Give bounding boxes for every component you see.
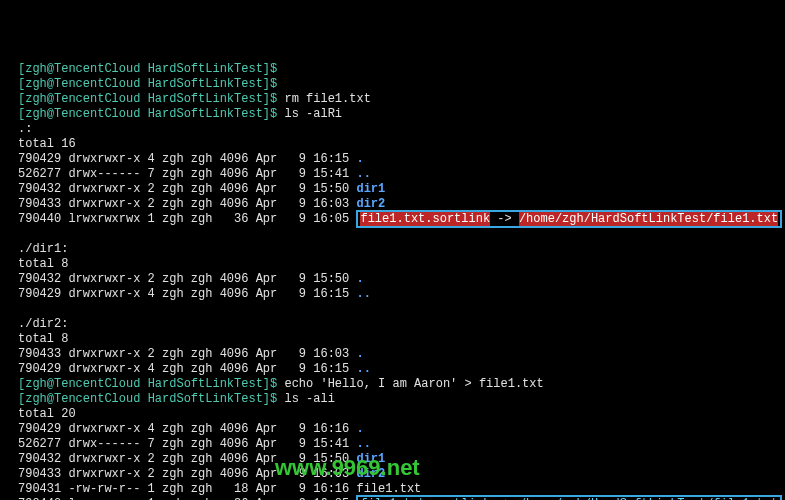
parent-dir: .. [356,437,370,451]
ls-row: 790432 drwxrwxr-x 2 zgh zgh 4096 Apr 9 1… [18,452,785,467]
prompt-line[interactable]: [zgh@TencentCloud HardSoftLinkTest]$ [18,62,785,77]
ls-total: total 20 [18,407,785,422]
blank-line [18,227,785,242]
prompt-line[interactable]: [zgh@TencentCloud HardSoftLinkTest]$ rm … [18,92,785,107]
ls-row: 790433 drwxrwxr-x 2 zgh zgh 4096 Apr 9 1… [18,467,785,482]
ls-row: 790429 drwxrwxr-x 4 zgh zgh 4096 Apr 9 1… [18,287,785,302]
current-dir: . [356,272,363,286]
prompt-line[interactable]: [zgh@TencentCloud HardSoftLinkTest]$ ls … [18,107,785,122]
current-dir: . [356,347,363,361]
prompt-line[interactable]: [zgh@TencentCloud HardSoftLinkTest]$ [18,77,785,92]
ls-total: total 8 [18,257,785,272]
parent-dir: .. [356,287,370,301]
ls-total: total 16 [18,137,785,152]
file-name: file1.txt [356,482,421,496]
parent-dir: .. [356,167,370,181]
ls-section-header: ./dir2: [18,317,785,332]
symlink-name: file1.txt.sortlink [360,212,490,226]
current-dir: . [356,422,363,436]
current-dir: . [356,152,363,166]
symlink-target: /home/zgh/HardSoftLinkTest/file1.txt [519,212,778,226]
dir-name: dir1 [356,452,385,466]
ls-row-symlink-broken: 790440 lrwxrwxrwx 1 zgh zgh 36 Apr 9 16:… [18,212,785,227]
ls-section-header: ./dir1: [18,242,785,257]
ls-row: 790429 drwxrwxr-x 4 zgh zgh 4096 Apr 9 1… [18,422,785,437]
ls-row: 526277 drwx------ 7 zgh zgh 4096 Apr 9 1… [18,167,785,182]
blank-line [18,302,785,317]
prompt-line[interactable]: [zgh@TencentCloud HardSoftLinkTest]$ ech… [18,377,785,392]
ls-row: 790432 drwxrwxr-x 2 zgh zgh 4096 Apr 9 1… [18,182,785,197]
prompt-line[interactable]: [zgh@TencentCloud HardSoftLinkTest]$ ls … [18,392,785,407]
dir-name: dir2 [356,467,385,481]
dir-name: dir2 [356,197,385,211]
parent-dir: .. [356,362,370,376]
ls-row: 526277 drwx------ 7 zgh zgh 4096 Apr 9 1… [18,437,785,452]
dir-name: dir1 [356,182,385,196]
ls-row: 790429 drwxrwxr-x 4 zgh zgh 4096 Apr 9 1… [18,362,785,377]
ls-total: total 8 [18,332,785,347]
ls-row: 790432 drwxrwxr-x 2 zgh zgh 4096 Apr 9 1… [18,272,785,287]
terminal-output[interactable]: [zgh@TencentCloud HardSoftLinkTest]$ [zg… [18,62,785,500]
ls-row: 790433 drwxrwxr-x 2 zgh zgh 4096 Apr 9 1… [18,347,785,362]
ls-row: 790429 drwxrwxr-x 4 zgh zgh 4096 Apr 9 1… [18,152,785,167]
ls-section-header: .: [18,122,785,137]
